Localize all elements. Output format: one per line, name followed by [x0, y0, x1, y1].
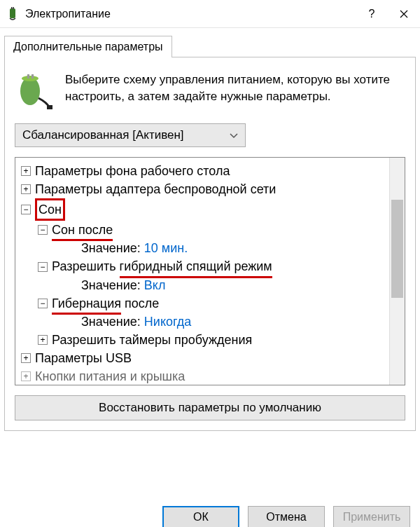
scrollbar[interactable]: [389, 158, 405, 385]
collapse-icon[interactable]: −: [38, 225, 48, 235]
power-icon: [6, 7, 20, 21]
collapse-icon[interactable]: −: [38, 262, 48, 272]
help-button[interactable]: ?: [356, 0, 388, 28]
tree-item-wireless[interactable]: +Параметры адаптера беспроводной сети: [18, 180, 386, 198]
expand-icon[interactable]: +: [21, 371, 31, 381]
expand-icon[interactable]: +: [38, 335, 48, 345]
tree-item-hibernate[interactable]: −Гибернация после: [18, 294, 386, 313]
tab-row: Дополнительные параметры: [4, 35, 416, 57]
tab-body: Выберите схему управления питанием, кото…: [4, 57, 416, 431]
titlebar: Электропитание ?: [0, 0, 420, 28]
tree-item-lid[interactable]: +Кнопки питания и крышка: [18, 367, 386, 385]
intro-text: Выберите схему управления питанием, кото…: [65, 71, 405, 111]
expand-icon[interactable]: +: [21, 166, 31, 176]
window-title: Электропитание: [25, 8, 356, 20]
cancel-button[interactable]: Отмена: [248, 506, 325, 527]
expand-icon[interactable]: +: [21, 353, 31, 363]
tab-advanced[interactable]: Дополнительные параметры: [4, 36, 172, 57]
tree-value-hybrid[interactable]: Значение: Вкл: [18, 276, 386, 294]
intro-section: Выберите схему управления питанием, кото…: [15, 71, 405, 111]
svg-rect-0: [10, 8, 15, 18]
close-button[interactable]: [388, 0, 420, 28]
dialog-buttons: ОК Отмена Применить: [162, 506, 410, 527]
tree-item-usb[interactable]: +Параметры USB: [18, 349, 386, 367]
collapse-icon[interactable]: −: [21, 205, 31, 214]
power-plan-select[interactable]: Сбалансированная [Активен]: [15, 123, 246, 147]
power-plan-value: Сбалансированная [Активен]: [22, 128, 184, 142]
scrollbar-thumb[interactable]: [391, 200, 403, 298]
svg-rect-1: [11, 7, 13, 9]
svg-rect-7: [47, 105, 52, 109]
ok-button[interactable]: ОК: [162, 506, 239, 527]
expand-icon[interactable]: +: [21, 184, 31, 194]
tree-item-wake-timers[interactable]: +Разрешить таймеры пробуждения: [18, 331, 386, 349]
apply-button: Применить: [333, 506, 410, 527]
svg-point-4: [22, 76, 38, 81]
tree-value-hibernate[interactable]: Значение: Никогда: [18, 313, 386, 331]
tree-value-sleep-after[interactable]: Значение: 10 мин.: [18, 239, 386, 257]
svg-rect-2: [13, 7, 15, 9]
battery-icon: [15, 71, 54, 111]
chevron-down-icon: [230, 128, 238, 142]
tree-item-sleep[interactable]: −Сон: [18, 198, 386, 221]
tree-item-desktop-bg[interactable]: +Параметры фона рабочего стола: [18, 162, 386, 180]
svg-rect-5: [27, 74, 29, 78]
svg-rect-6: [31, 74, 34, 78]
tree-item-hybrid[interactable]: −Разрешить гибридный спящий режим: [18, 257, 386, 275]
tree-item-sleep-after[interactable]: −Сон после: [18, 221, 386, 239]
collapse-icon[interactable]: −: [38, 299, 48, 308]
settings-tree: +Параметры фона рабочего стола +Параметр…: [15, 157, 405, 385]
restore-defaults-button[interactable]: Восстановить параметры по умолчанию: [15, 395, 405, 420]
